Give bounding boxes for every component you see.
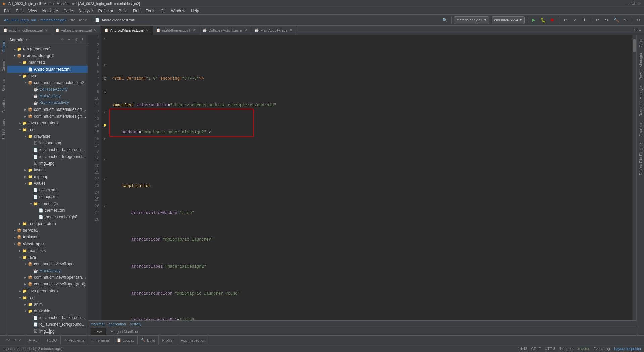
tree-item-mipmap[interactable]: ▶ 📁 mipmap [7, 173, 88, 180]
bottom-tab-git[interactable]: ⌥ Git: ✓ [3, 336, 25, 345]
close-tab-night-themes[interactable]: ✕ [192, 28, 196, 32]
tree-item-res-gen2[interactable]: ▶ 📁 res (generated) [7, 220, 88, 227]
close-tab-androidmanifest[interactable]: ✕ [145, 28, 149, 32]
tree-item-drawable[interactable]: ▼ 📁 drawable [7, 133, 88, 140]
git-update-btn[interactable]: ⟳ [561, 16, 570, 24]
tree-item-pkg-android[interactable]: ▶ 📦 com.hnucm.materialdesign2 (andro... [7, 106, 88, 113]
menu-code[interactable]: Code [61, 7, 76, 15]
undo-btn[interactable]: ↩ [593, 16, 601, 24]
tab-values-themes[interactable]: 📋 values\themes.xml ✕ [52, 26, 101, 35]
layout-inspector-status[interactable]: Layout Inspector [614, 347, 641, 351]
menu-refactor[interactable]: Refactor [96, 7, 116, 15]
tree-item-service1[interactable]: ▶ 📦 service1 [7, 227, 88, 234]
tree-item-materialdesign2[interactable]: ▼ 📦 materialdesign2 [7, 52, 88, 59]
module-path-link[interactable]: materialdesign2 [40, 18, 66, 22]
tab-text[interactable]: Text [91, 328, 106, 335]
right-tab-resource-manager[interactable]: Resource Manager [637, 82, 644, 119]
tab-merged-manifest[interactable]: Merged Manifest [106, 328, 142, 335]
bottom-tab-todo[interactable]: TODO [43, 336, 61, 345]
bottom-tab-problems[interactable]: ⚠ Problems [61, 336, 88, 345]
right-tab-guide[interactable]: Guide [637, 35, 644, 50]
project-path-link[interactable]: Ad_0923_login_null [4, 18, 37, 22]
git-push-btn[interactable]: ⬆ [580, 16, 588, 24]
tree-item-res[interactable]: ▼ 📁 res [7, 126, 88, 133]
menu-navigate[interactable]: Navigate [40, 7, 61, 15]
tree-item-pkg-md2[interactable]: ▼ 📦 com.hnucm.materialdesign2 [7, 79, 88, 86]
favorites-tab-btn[interactable]: Favorites [0, 95, 7, 116]
menu-edit[interactable]: Edit [13, 7, 25, 15]
tree-item-ic-fg[interactable]: ▶ 📄 ic_launcher_foreground.xml (v24) [7, 153, 88, 160]
project-more-btn[interactable]: ⋮ [79, 37, 86, 43]
tree-item-values[interactable]: ▼ 📁 values [7, 180, 88, 187]
tree-item-pkg-test[interactable]: ▶ 📦 com.hnucm.materialdesign2 (test) [7, 113, 88, 120]
tab-collapse-activity[interactable]: ☕ CollapseActivity.java ✕ [199, 26, 251, 35]
bottom-tab-profiler[interactable]: Profiler [159, 336, 177, 345]
menu-build[interactable]: Build [116, 7, 130, 15]
code-editor[interactable]: <?xml version="1.0" encoding="UTF-8"?> <… [108, 35, 632, 320]
right-tab-device-manager[interactable]: Device Manager [637, 50, 644, 82]
bottom-tab-terminal[interactable]: ⊡ Terminal [88, 336, 113, 345]
tree-item-vf-ic-fg[interactable]: ▶ 📄 ic_launcher_foreground.xml (v24) [7, 321, 88, 328]
editor-scrollbar[interactable] [632, 35, 637, 320]
tree-item-res-generated[interactable]: ▶ 📁 res (generated) [7, 46, 88, 52]
run-btn[interactable]: ▶ [530, 16, 538, 24]
menu-view[interactable]: View [25, 7, 40, 15]
stop-btn[interactable]: ⏹ [548, 16, 556, 24]
tree-item-strings[interactable]: ▶ 📄 strings.xml [7, 193, 88, 200]
tree-item-vf-ic-bg[interactable]: ▶ 📄 ic_launcher_background.xml [7, 314, 88, 321]
tree-item-java-gen[interactable]: ▶ 📁 java (generated) [7, 120, 88, 126]
project-view-dropdown[interactable]: ▼ [25, 38, 28, 41]
menu-git[interactable]: Git [158, 7, 168, 15]
bottom-tab-run[interactable]: ▶ Run [25, 336, 43, 345]
sync-btn[interactable]: ⟲ [622, 16, 630, 24]
tree-item-themes[interactable]: ▼ 📁 themes (2) [7, 200, 88, 207]
project-sync-btn[interactable]: ⟳ [59, 37, 65, 43]
tree-item-vf-javagen[interactable]: ▶ 📁 java (generated) [7, 288, 88, 294]
tree-item-viewflipper[interactable]: ▼ 📦 viewflipper [7, 240, 88, 247]
bottom-tab-logcat[interactable]: 📋 Logcat [113, 336, 138, 345]
tree-item-vf-manifests[interactable]: ▶ 📁 manifests [7, 247, 88, 254]
crlf-status[interactable]: CRLF [531, 347, 541, 351]
breadcrumb-application[interactable]: application [108, 322, 126, 326]
project-tab-btn[interactable]: Project [0, 36, 7, 56]
tree-item-vf-pkg[interactable]: ▼ 📦 com.hnucm.viewflipper [7, 261, 88, 267]
build-variants-tab-btn[interactable]: Build Variants [0, 116, 7, 143]
tab-main-activity[interactable]: ☕ MainActivity.java ✕ [251, 26, 297, 35]
event-log-status[interactable]: Event Log [593, 347, 610, 351]
menu-tools[interactable]: Tools [143, 7, 158, 15]
debug-btn[interactable]: 🐛 [539, 16, 547, 24]
git-commit-btn[interactable]: ✓ [571, 16, 579, 24]
tree-item-ic-done[interactable]: ▶ 🖼 ic_done.png [7, 140, 88, 146]
close-tab-collapse-activity[interactable]: ✕ [244, 28, 248, 32]
tree-item-collapse-activity[interactable]: ▶ ☕ CollapseActivity [7, 86, 88, 93]
menu-help[interactable]: Help [188, 7, 202, 15]
project-gear-btn[interactable]: ⚙ [73, 37, 79, 43]
emulator-dropdown[interactable]: emulator-5554 ▼ [492, 16, 525, 24]
close-button[interactable]: ✕ [637, 1, 641, 6]
close-tab-activity-collapse[interactable]: ✕ [44, 28, 48, 32]
menu-window[interactable]: Window [168, 7, 188, 15]
tree-item-vf-android-test[interactable]: ▶ 📦 com.hnucm.viewflipper (androidTes... [7, 274, 88, 281]
tree-item-java[interactable]: ▼ 📁 java [7, 73, 88, 79]
close-tab-values-themes[interactable]: ✕ [93, 28, 97, 32]
tree-item-img1[interactable]: ▶ 🖼 img1.jpg [7, 160, 88, 167]
menu-file[interactable]: File [1, 7, 13, 15]
tab-androidmanifest[interactable]: 📋 AndroidManifest.xml ✕ [101, 26, 153, 35]
tree-item-tablayout[interactable]: ▶ 📦 tablayout [7, 234, 88, 240]
right-tab-emulator[interactable]: Emulator [637, 119, 644, 139]
search-everywhere-btn[interactable]: 🔍 [441, 16, 449, 24]
tab-night-themes[interactable]: 📋 night\themes.xml ✕ [153, 26, 199, 35]
tree-item-themes-xml[interactable]: ▶ 📄 themes.xml [7, 207, 88, 214]
tree-item-vf-drawable[interactable]: ▼ 📁 drawable [7, 308, 88, 314]
close-tab-main-activity[interactable]: ✕ [289, 28, 293, 32]
tree-item-vf-res[interactable]: ▼ 📁 res [7, 294, 88, 301]
tree-item-vf-img1[interactable]: ▶ 🖼 img1.jpg [7, 328, 88, 335]
project-collapse-btn[interactable]: ≡ [66, 37, 72, 43]
file-encoding-status[interactable]: UTF-8 [545, 347, 555, 351]
minimize-button[interactable]: — [625, 1, 629, 6]
tree-item-layout[interactable]: ▶ 📁 layout [7, 167, 88, 173]
tab-activity-collapse[interactable]: 📋 activity_collapse.xml ✕ [0, 26, 52, 35]
tree-item-themes-night[interactable]: ▶ 📄 themes.xml (night) [7, 214, 88, 220]
redo-btn[interactable]: ↪ [603, 16, 611, 24]
tree-item-colors[interactable]: ▶ 📄 colors.xml [7, 187, 88, 193]
